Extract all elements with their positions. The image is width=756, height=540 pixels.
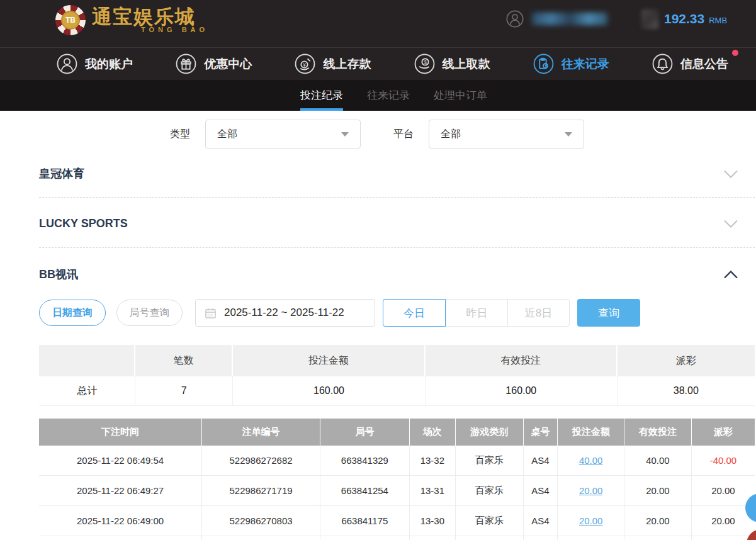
cell-bet-id: 522986272682 xyxy=(202,446,320,475)
chevron-down-icon[interactable] xyxy=(723,169,738,179)
cell-game-type: 百家乐 xyxy=(456,476,524,505)
type-filter-label: 类型 xyxy=(170,128,190,141)
segment-last-8-days[interactable]: 近8日 xyxy=(507,300,569,326)
cell-bet-time: 2025-11-22 06:49:27 xyxy=(39,476,202,505)
segment-today[interactable]: 今日 xyxy=(383,299,446,327)
table-row: 2025-11-22 06:49:54 522986272682 6638413… xyxy=(39,446,755,476)
chevron-down-icon[interactable] xyxy=(723,219,738,228)
nav-item-withdraw[interactable]: $ 线上取款 xyxy=(414,53,490,74)
cell-valid-bet: 40.00 xyxy=(624,446,692,475)
cell-bet-amount-link[interactable]: 40.00 xyxy=(558,446,624,475)
segment-yesterday[interactable]: 昨日 xyxy=(446,300,507,326)
cell-session: 13-30 xyxy=(410,506,456,536)
site-logo[interactable]: TB 通宝娱乐城 TONG BAO xyxy=(55,5,208,35)
cell-round: 663841254 xyxy=(320,476,410,505)
cell-table-no: AS4 xyxy=(524,446,558,475)
bets-table: 下注时间 注单编号 局号 场次 游戏类别 桌号 投注金额 有效投注 派彩 202… xyxy=(39,419,755,540)
section-bb-live[interactable]: BB视讯 xyxy=(39,263,738,286)
date-range-value: 2025-11-22 ~ 2025-11-22 xyxy=(224,307,344,319)
top-header: TB 通宝娱乐城 TONG BAO 192.33 RMB xyxy=(0,0,756,47)
username-redacted[interactable] xyxy=(532,13,607,25)
type-select[interactable]: 全部 xyxy=(205,120,361,149)
summary-label: 总计 xyxy=(39,376,135,405)
cell-valid-bet: 20.00 xyxy=(624,476,692,505)
logo-text: 通宝娱乐城 TONG BAO xyxy=(92,7,208,33)
nav-item-promotions[interactable]: 优惠中心 xyxy=(176,53,252,74)
summary-bet-amount: 160.00 xyxy=(233,376,426,405)
records-icon xyxy=(533,53,554,74)
cell-session: 13-32 xyxy=(410,446,456,475)
section-lucky-sports[interactable]: LUCKY SPORTS xyxy=(39,212,738,235)
gift-icon xyxy=(176,53,196,74)
summary-table-header: 笔数 投注金额 有效投注 派彩 xyxy=(39,345,755,376)
user-icon xyxy=(57,53,77,74)
bets-table-header: 下注时间 注单编号 局号 场次 游戏类别 桌号 投注金额 有效投注 派彩 xyxy=(39,419,755,446)
section-crown-sports[interactable]: 皇冠体育 xyxy=(39,162,738,185)
caret-down-icon xyxy=(341,132,349,137)
cell-table-no: AS4 xyxy=(524,476,558,505)
svg-text:¥: ¥ xyxy=(303,62,307,68)
nav-item-transaction-records[interactable]: 往来记录 xyxy=(533,53,609,74)
cell-round: 663841175 xyxy=(320,506,410,536)
poker-chip-icon: TB xyxy=(55,5,86,35)
chip-tb-monogram: TB xyxy=(61,11,80,30)
cell-valid-bet: 20.00 xyxy=(624,506,692,536)
summary-table: 笔数 投注金额 有效投注 派彩 总计 7 160.00 160.00 38.00 xyxy=(39,345,755,406)
cell-game-type: 百家乐 xyxy=(456,506,524,536)
logo-subtitle: TONG BAO xyxy=(141,26,208,33)
cell-bet-time: 2025-11-22 06:49:00 xyxy=(39,506,202,536)
balance-currency: RMB xyxy=(709,16,727,25)
table-row: 2025-11-22 06:49:27 522986271719 6638412… xyxy=(39,476,755,506)
cell-game-type: 百家乐 xyxy=(456,446,524,475)
cell-bet-id: 522986271719 xyxy=(202,476,320,505)
query-bar: 日期查询 局号查询 2025-11-22 ~ 2025-11-22 今日 昨日 … xyxy=(39,299,640,327)
date-range-input[interactable]: 2025-11-22 ~ 2025-11-22 xyxy=(195,299,375,327)
tab-transaction-records[interactable]: 往来记录 xyxy=(367,80,410,111)
account-balance[interactable]: 192.33 RMB xyxy=(664,11,727,26)
cell-table-no: AS4 xyxy=(524,506,558,536)
filter-row: 类型 全部 平台 全部 xyxy=(0,120,756,149)
deposit-icon: ¥ xyxy=(295,53,315,74)
caret-down-icon xyxy=(565,132,572,137)
tab-pending-orders[interactable]: 处理中订单 xyxy=(434,80,487,111)
sub-tab-bar: 投注纪录 往来记录 处理中订单 xyxy=(0,80,756,111)
table-row-partial xyxy=(39,536,755,540)
summary-valid-bet: 160.00 xyxy=(426,376,618,405)
logo-title: 通宝娱乐城 xyxy=(92,7,208,27)
platform-select[interactable]: 全部 xyxy=(429,120,584,149)
nav-item-my-account[interactable]: 我的账户 xyxy=(57,53,133,74)
summary-count: 7 xyxy=(135,376,233,405)
table-row: 2025-11-22 06:49:00 522986270803 6638411… xyxy=(39,506,755,536)
divider xyxy=(39,197,755,198)
cell-payout: 20.00 xyxy=(692,476,755,505)
bell-icon xyxy=(652,53,673,74)
notification-dot xyxy=(732,50,738,56)
cell-bet-amount-link[interactable]: 20.00 xyxy=(558,506,624,536)
calendar-icon xyxy=(205,307,217,319)
chevron-up-icon[interactable] xyxy=(723,270,738,279)
balance-amount: 192.33 xyxy=(664,11,704,26)
cell-payout: -40.00 xyxy=(692,446,755,475)
cell-bet-id: 522986270803 xyxy=(202,506,320,536)
withdraw-icon: $ xyxy=(414,53,435,74)
user-avatar-icon[interactable] xyxy=(506,10,524,28)
cell-bet-amount-link[interactable]: 20.00 xyxy=(558,476,624,505)
nav-item-announcements[interactable]: 信息公告 xyxy=(652,53,728,74)
divider xyxy=(39,247,755,248)
svg-text:$: $ xyxy=(424,60,427,65)
summary-total-row: 总计 7 160.00 160.00 38.00 xyxy=(39,376,755,406)
cell-round: 663841329 xyxy=(320,446,410,475)
main-nav: 我的账户 优惠中心 ¥ 线上存款 $ 线上取款 xyxy=(0,47,756,80)
platform-filter-label: 平台 xyxy=(393,128,414,141)
nav-item-deposit[interactable]: ¥ 线上存款 xyxy=(295,53,371,74)
date-query-button[interactable]: 日期查询 xyxy=(39,300,106,326)
cell-bet-time: 2025-11-22 06:49:54 xyxy=(39,446,202,475)
round-query-button[interactable]: 局号查询 xyxy=(116,300,183,326)
search-button[interactable]: 查询 xyxy=(577,299,640,327)
cell-session: 13-31 xyxy=(410,476,456,505)
summary-payout: 38.00 xyxy=(618,376,755,405)
tab-bet-records[interactable]: 投注纪录 xyxy=(300,80,343,111)
page-content: 类型 全部 平台 全部 皇冠体育 LUCKY SPORTS BB视讯 日期查询 … xyxy=(0,111,756,540)
quick-date-segments: 今日 昨日 近8日 xyxy=(383,299,570,327)
wallet-icon-redacted xyxy=(641,9,658,29)
